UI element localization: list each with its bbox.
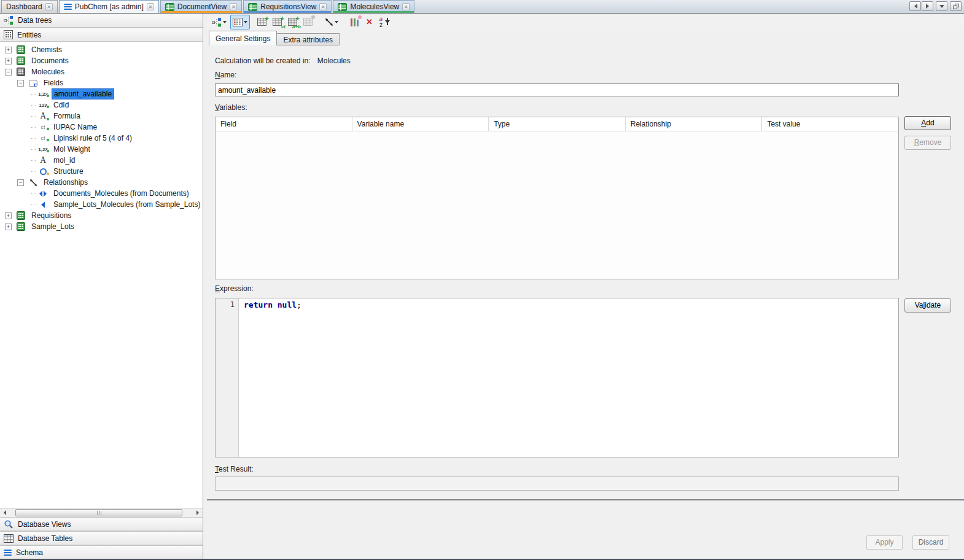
- tree-item-chemists[interactable]: Chemists: [0, 44, 203, 55]
- add-badge-icon: +: [265, 15, 269, 22]
- new-chemical-terms-field-button[interactable]: +ct: [270, 15, 284, 29]
- tree-item-molecules[interactable]: Molecules: [0, 66, 203, 77]
- tab-color-stripe: [244, 11, 331, 13]
- column-header-variable-name[interactable]: Variable name: [352, 117, 489, 131]
- structure-field-icon: [37, 168, 49, 175]
- database-views-header[interactable]: Database Views: [0, 517, 203, 531]
- close-icon[interactable]: [147, 3, 154, 10]
- validate-button[interactable]: Validate: [904, 298, 951, 313]
- test-result-label: Test Result:: [215, 465, 254, 474]
- tab-dashboard[interactable]: Dashboard: [1, 0, 58, 13]
- tree-item-amount-available[interactable]: 1,23 amount_available: [0, 88, 203, 99]
- tree-item-sample-lots-molecules[interactable]: Sample_Lots_Molecules (from Sample_Lots): [0, 199, 203, 210]
- new-calculation-field-button[interactable]: +a+b: [286, 15, 300, 29]
- entity-icon: [17, 45, 25, 54]
- tab-list-button[interactable]: [936, 1, 947, 11]
- tree-item-structure[interactable]: Structure: [0, 166, 203, 177]
- expand-icon[interactable]: [5, 47, 12, 53]
- column-header-type[interactable]: Type: [489, 117, 626, 131]
- panel-divider: [207, 499, 964, 500]
- form-view-button[interactable]: [348, 15, 362, 29]
- close-icon[interactable]: [319, 3, 327, 10]
- tab-pubchem[interactable]: PubChem [as admin]: [59, 0, 159, 13]
- expression-editor[interactable]: 1 return null;: [215, 298, 899, 457]
- collapse-icon[interactable]: [5, 69, 12, 76]
- tree-item-formula[interactable]: A Formula: [0, 111, 203, 122]
- calculation-editor-panel: + +ct +a+b ✕ az General Settings Extra a…: [207, 14, 964, 559]
- new-entity-button[interactable]: +: [255, 15, 269, 29]
- add-variable-button[interactable]: Add: [904, 116, 951, 130]
- tab-extra-attributes[interactable]: Extra attributes: [277, 33, 340, 45]
- tree-item-documents[interactable]: Documents: [0, 55, 203, 66]
- close-icon[interactable]: [45, 3, 53, 10]
- grid-view-icon: [165, 3, 174, 11]
- tree-item-iupac-name[interactable]: ct IUPAC Name: [0, 122, 203, 133]
- collapse-icon[interactable]: [17, 80, 24, 87]
- column-header-field[interactable]: Field: [216, 117, 352, 131]
- tab-moleculesview[interactable]: MoleculesView: [333, 0, 414, 13]
- new-relationship-button[interactable]: [322, 15, 341, 29]
- close-icon[interactable]: [402, 3, 410, 10]
- expand-icon[interactable]: [5, 212, 12, 219]
- schema-toolbar: + +ct +a+b ✕ az: [207, 14, 964, 30]
- dot-badge-icon: [311, 15, 315, 19]
- entity-icon: [17, 56, 25, 65]
- tree-item-documents-molecules[interactable]: Documents_Molecules (from Documents): [0, 188, 203, 199]
- grid-view-mode-button[interactable]: [230, 15, 250, 29]
- column-header-test-value[interactable]: Test value: [762, 117, 898, 131]
- tree-item-sample-lots[interactable]: Sample_Lots: [0, 221, 203, 232]
- text-field-icon: A: [37, 156, 49, 165]
- column-header-relationship[interactable]: Relationship: [626, 117, 763, 131]
- database-tables-header[interactable]: Database Tables: [0, 531, 203, 545]
- scroll-right-button[interactable]: [193, 508, 203, 517]
- new-data-tree-button[interactable]: [209, 15, 229, 29]
- expand-icon[interactable]: [5, 224, 12, 230]
- discard-button[interactable]: Discard: [912, 535, 949, 550]
- apply-button[interactable]: Apply: [866, 535, 903, 550]
- tab-general-settings[interactable]: General Settings: [209, 31, 277, 45]
- schema-header[interactable]: Schema: [0, 545, 203, 559]
- code-area[interactable]: return null;: [239, 298, 898, 457]
- scroll-left-button[interactable]: [0, 508, 9, 517]
- colored-grid-icon: [233, 18, 243, 26]
- expand-icon[interactable]: [5, 58, 12, 64]
- variables-table-body[interactable]: [216, 131, 898, 279]
- tab-requisitionsview[interactable]: RequisitionsView: [243, 0, 332, 13]
- horizontal-scrollbar[interactable]: [0, 508, 203, 517]
- settings-tabstrip: General Settings Extra attributes: [207, 30, 964, 45]
- tree-item-cdid[interactable]: 123 CdId: [0, 99, 203, 111]
- tree-item-mol-id[interactable]: A mol_id: [0, 155, 203, 166]
- new-entity-from-table-button[interactable]: [301, 15, 315, 29]
- close-icon[interactable]: [230, 3, 237, 10]
- tab-documentview[interactable]: DocumentView: [160, 0, 242, 13]
- tree-item-requisitions[interactable]: Requisitions: [0, 210, 203, 221]
- add-badge-icon: +: [296, 15, 300, 22]
- restore-window-button[interactable]: [950, 1, 962, 11]
- dropdown-caret-icon: [223, 21, 227, 25]
- tree-item-mol-weight[interactable]: 1,23 Mol Weight: [0, 144, 203, 155]
- tree-item-fields[interactable]: F Fields: [0, 77, 203, 88]
- dot-badge-icon: [358, 15, 362, 19]
- previous-tab-button[interactable]: [909, 1, 921, 11]
- created-in-value: Molecules: [317, 56, 351, 65]
- tree-item-relationships[interactable]: Relationships: [0, 177, 203, 188]
- tab-color-stripe: [333, 11, 414, 13]
- entity-tree: Chemists Documents Molecules F Fields 1,…: [0, 42, 203, 508]
- expression-label: Expression:: [215, 284, 254, 294]
- calculated-badge-icon: [46, 138, 50, 142]
- remove-variable-button[interactable]: Remove: [904, 136, 951, 150]
- delete-button[interactable]: ✕: [363, 15, 375, 29]
- scrollbar-thumb[interactable]: [15, 509, 182, 516]
- data-trees-header[interactable]: Data trees: [0, 14, 203, 28]
- entity-open-icon: [17, 68, 25, 76]
- schema-icon: [4, 550, 12, 556]
- sort-button[interactable]: az: [376, 15, 391, 29]
- entities-header[interactable]: Entities: [0, 28, 203, 42]
- dropdown-caret-icon: [335, 21, 338, 25]
- entity-icon: [17, 211, 25, 220]
- data-tree-icon: [212, 17, 222, 27]
- collapse-icon[interactable]: [17, 179, 24, 186]
- next-tab-button[interactable]: [922, 1, 933, 11]
- tree-item-lipinski[interactable]: ct Lipinski rule of 5 (4 of 4): [0, 133, 203, 144]
- name-input[interactable]: [215, 84, 899, 96]
